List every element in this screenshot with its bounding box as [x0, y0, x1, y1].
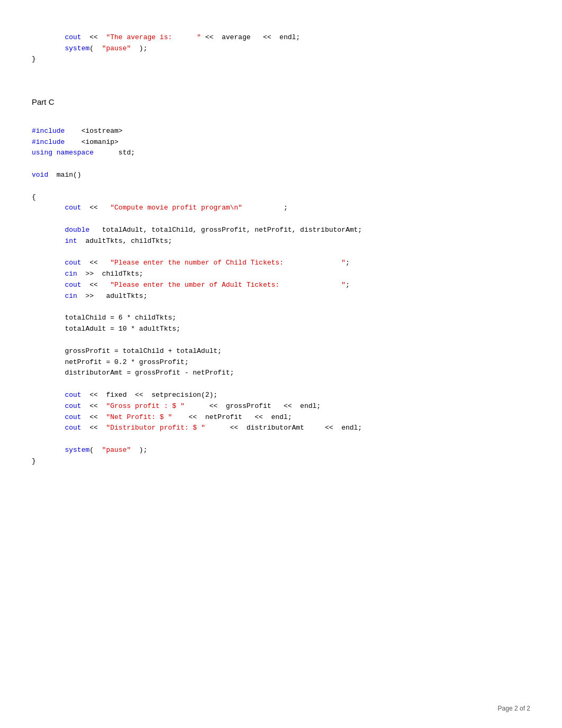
part-c-title: Part C — [32, 97, 530, 106]
page-content: cout << "The average is: " << average <<… — [0, 0, 562, 509]
page-number: Page 2 of 2 — [498, 705, 530, 712]
part-b-code-end: cout << "The average is: " << average <<… — [32, 21, 530, 76]
part-c-code: #include <iostream> #include <iomanip> u… — [32, 115, 530, 478]
